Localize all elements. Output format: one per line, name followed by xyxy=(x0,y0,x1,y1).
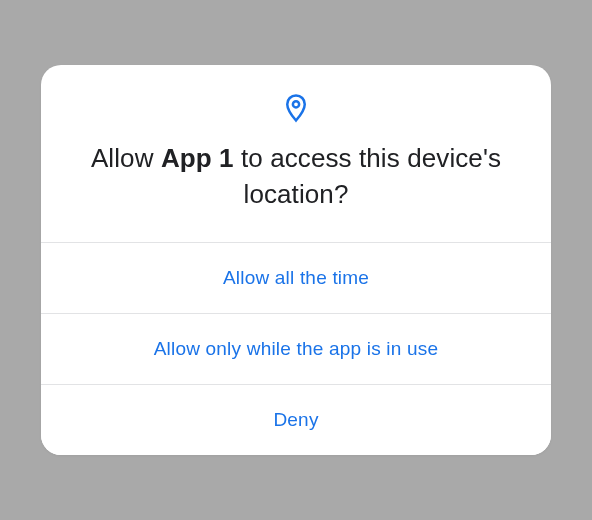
dialog-options: Allow all the time Allow only while the … xyxy=(41,242,551,455)
allow-all-time-button[interactable]: Allow all the time xyxy=(41,243,551,313)
dialog-title: Allow App 1 to access this device's loca… xyxy=(81,141,511,211)
location-pin-icon xyxy=(81,93,511,123)
allow-while-in-use-button[interactable]: Allow only while the app is in use xyxy=(41,313,551,384)
deny-button[interactable]: Deny xyxy=(41,384,551,455)
permission-dialog: Allow App 1 to access this device's loca… xyxy=(41,65,551,454)
title-prefix: Allow xyxy=(91,143,161,173)
svg-point-0 xyxy=(293,102,299,108)
title-suffix: to access this device's location? xyxy=(234,143,501,208)
app-name: App 1 xyxy=(161,143,234,173)
dialog-header: Allow App 1 to access this device's loca… xyxy=(41,65,551,241)
